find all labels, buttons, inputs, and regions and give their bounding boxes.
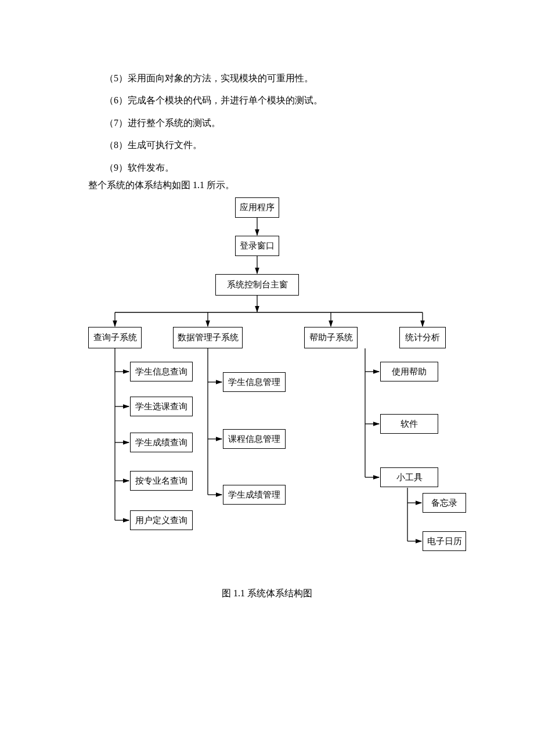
node-stats: 统计分析: [399, 327, 446, 348]
node-console: 系统控制台主窗: [215, 274, 299, 296]
node-help: 帮助子系统: [304, 327, 358, 348]
node-d1: 学生信息管理: [223, 372, 286, 392]
node-q2: 学生选课查询: [130, 397, 193, 416]
step-6: （6）完成各个模块的代码，并进行单个模块的测试。: [104, 89, 323, 111]
node-login: 登录窗口: [235, 236, 279, 256]
figure-caption: 图 1.1 系统体系结构图: [0, 588, 534, 600]
step-list: （5）采用面向对象的方法，实现模块的可重用性。 （6）完成各个模块的代码，并进行…: [104, 67, 323, 179]
node-query: 查询子系统: [88, 327, 142, 348]
node-q1: 学生信息查询: [130, 362, 193, 381]
node-datamgr: 数据管理子系统: [173, 327, 243, 348]
node-h2: 软件: [380, 414, 438, 434]
architecture-diagram: 应用程序 登录窗口 系统控制台主窗 查询子系统 数据管理子系统 帮助子系统 统计…: [0, 193, 534, 559]
node-q4: 按专业名查询: [130, 471, 193, 491]
node-app: 应用程序: [235, 197, 279, 218]
node-d2: 课程信息管理: [223, 429, 286, 449]
step-9: （9）软件发布。: [104, 157, 323, 179]
step-8: （8）生成可执行文件。: [104, 134, 323, 156]
node-h3: 小工具: [380, 467, 438, 487]
step-7: （7）进行整个系统的测试。: [104, 112, 323, 134]
node-h3b: 电子日历: [423, 531, 466, 551]
node-d3: 学生成绩管理: [223, 485, 286, 505]
step-5: （5）采用面向对象的方法，实现模块的可重用性。: [104, 67, 323, 89]
node-h3a: 备忘录: [423, 493, 466, 513]
node-q3: 学生成绩查询: [130, 433, 193, 452]
summary-text: 整个系统的体系结构如图 1.1 所示。: [88, 179, 234, 192]
node-h1: 使用帮助: [380, 362, 438, 381]
node-q5: 用户定义查询: [130, 510, 193, 530]
